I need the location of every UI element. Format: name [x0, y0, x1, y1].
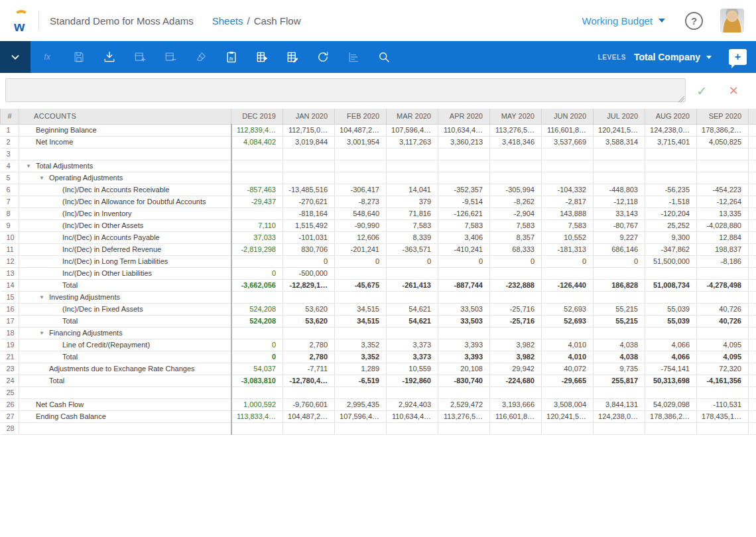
- value-cell[interactable]: 12,606: [335, 231, 387, 243]
- value-cell[interactable]: 4,050,825: [697, 136, 749, 148]
- value-cell[interactable]: [542, 160, 594, 172]
- paste-formula-icon[interactable]: fx: [216, 41, 247, 73]
- value-cell[interactable]: 143,888: [542, 208, 594, 219]
- value-cell[interactable]: 4,038: [594, 351, 645, 363]
- value-cell[interactable]: [335, 267, 387, 279]
- value-cell[interactable]: -25,716: [490, 303, 542, 315]
- value-cell[interactable]: -29,437: [231, 196, 283, 208]
- value-cell[interactable]: 8,357: [490, 231, 542, 243]
- value-cell[interactable]: 3,117,263: [387, 136, 438, 148]
- value-cell[interactable]: [594, 172, 645, 184]
- value-cell[interactable]: 113,276,5…: [438, 410, 490, 422]
- value-cell[interactable]: [490, 291, 542, 303]
- value-cell[interactable]: [283, 160, 335, 172]
- value-cell[interactable]: [697, 422, 749, 434]
- row-number[interactable]: 12: [1, 255, 19, 267]
- value-cell[interactable]: 34,515: [335, 315, 387, 327]
- value-cell[interactable]: 3,360,213: [438, 136, 490, 148]
- value-cell[interactable]: 524,208: [231, 303, 283, 315]
- account-cell[interactable]: Total: [19, 351, 231, 363]
- value-cell[interactable]: -2,817: [542, 196, 594, 208]
- value-cell[interactable]: -306,417: [335, 184, 387, 196]
- value-cell[interactable]: -448,803: [594, 184, 645, 196]
- value-cell[interactable]: [387, 267, 438, 279]
- value-cell[interactable]: [490, 422, 542, 434]
- value-cell[interactable]: 2,924,403: [387, 398, 438, 410]
- value-cell[interactable]: [283, 172, 335, 184]
- value-cell[interactable]: [594, 267, 645, 279]
- value-cell[interactable]: 3,373: [387, 339, 438, 351]
- value-cell[interactable]: 124,238,0…: [594, 410, 645, 422]
- value-cell[interactable]: [335, 148, 387, 160]
- row-number[interactable]: 7: [1, 196, 19, 208]
- value-cell[interactable]: -347,862: [645, 243, 697, 255]
- account-cell[interactable]: Beginning Balance: [19, 124, 231, 136]
- value-cell[interactable]: 198,837: [697, 243, 749, 255]
- formula-input[interactable]: [5, 78, 686, 102]
- value-cell[interactable]: -8,186: [697, 255, 749, 267]
- value-cell[interactable]: 3,001,954: [335, 136, 387, 148]
- value-cell[interactable]: 9,300: [645, 231, 697, 243]
- row-number[interactable]: 25: [1, 387, 19, 398]
- value-cell[interactable]: [231, 387, 283, 398]
- value-cell[interactable]: [645, 160, 697, 172]
- value-cell[interactable]: 3,393: [438, 339, 490, 351]
- account-cell[interactable]: [19, 422, 231, 434]
- row-number[interactable]: 26: [1, 398, 19, 410]
- value-cell[interactable]: 4,095: [697, 339, 749, 351]
- value-cell[interactable]: -830,740: [438, 375, 490, 387]
- value-cell[interactable]: [697, 291, 749, 303]
- value-cell[interactable]: [438, 267, 490, 279]
- value-cell[interactable]: [231, 255, 283, 267]
- value-cell[interactable]: -352,357: [438, 184, 490, 196]
- value-cell[interactable]: -126,621: [438, 208, 490, 219]
- value-cell[interactable]: [594, 148, 645, 160]
- value-cell[interactable]: -3,083,810: [231, 375, 283, 387]
- value-cell[interactable]: -2,819,298: [231, 243, 283, 255]
- value-cell[interactable]: -6,519: [335, 375, 387, 387]
- value-cell[interactable]: -101,031: [283, 231, 335, 243]
- value-cell[interactable]: [438, 148, 490, 160]
- value-cell[interactable]: 0: [231, 267, 283, 279]
- value-cell[interactable]: 9,735: [594, 363, 645, 375]
- value-cell[interactable]: -754,141: [645, 363, 697, 375]
- breadcrumb-sheets-link[interactable]: Sheets: [212, 15, 243, 27]
- value-cell[interactable]: 2,780: [283, 351, 335, 363]
- value-cell[interactable]: 54,037: [231, 363, 283, 375]
- account-cell[interactable]: Total: [19, 315, 231, 327]
- value-cell[interactable]: 25,252: [645, 219, 697, 231]
- value-cell[interactable]: -9,760,601: [283, 398, 335, 410]
- value-cell[interactable]: [387, 172, 438, 184]
- value-cell[interactable]: 112,839,4…: [231, 124, 283, 136]
- value-cell[interactable]: 116,601,8…: [542, 124, 594, 136]
- value-cell[interactable]: 20,108: [438, 363, 490, 375]
- download-icon[interactable]: [94, 41, 125, 73]
- value-cell[interactable]: 4,010: [542, 339, 594, 351]
- value-cell[interactable]: 34,515: [335, 303, 387, 315]
- collapse-caret-icon[interactable]: ▼: [26, 163, 36, 169]
- row-number[interactable]: 18: [1, 327, 19, 339]
- row-number[interactable]: 21: [1, 351, 19, 363]
- value-cell[interactable]: 379: [387, 196, 438, 208]
- value-cell[interactable]: 37,033: [231, 231, 283, 243]
- value-cell[interactable]: -818,164: [283, 208, 335, 219]
- value-cell[interactable]: -363,571: [387, 243, 438, 255]
- value-cell[interactable]: [387, 160, 438, 172]
- value-cell[interactable]: [542, 422, 594, 434]
- value-cell[interactable]: 3,352: [335, 339, 387, 351]
- account-cell[interactable]: [19, 387, 231, 398]
- row-number[interactable]: 9: [1, 219, 19, 231]
- value-cell[interactable]: 4,066: [645, 351, 697, 363]
- value-cell[interactable]: [387, 327, 438, 339]
- value-cell[interactable]: -192,860: [387, 375, 438, 387]
- value-cell[interactable]: -126,440: [542, 279, 594, 291]
- value-cell[interactable]: -25,716: [490, 315, 542, 327]
- value-cell[interactable]: 0: [231, 339, 283, 351]
- account-cell[interactable]: ▼Investing Adjustments: [19, 291, 231, 303]
- value-cell[interactable]: -9,514: [438, 196, 490, 208]
- value-cell[interactable]: [645, 148, 697, 160]
- value-cell[interactable]: 10,552: [542, 231, 594, 243]
- value-cell[interactable]: 52,693: [542, 315, 594, 327]
- value-cell[interactable]: [645, 291, 697, 303]
- value-cell[interactable]: [490, 267, 542, 279]
